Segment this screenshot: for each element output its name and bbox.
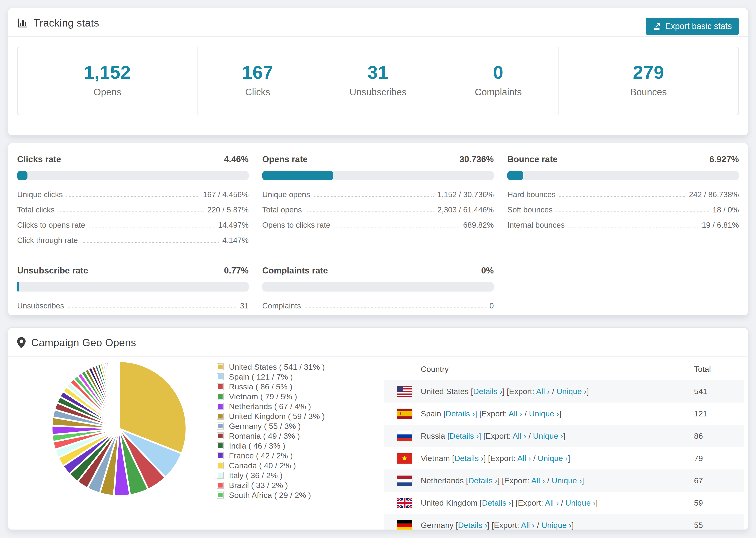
legend-item: Romania ( 49 / 3% ) (217, 431, 325, 441)
geo-header: Campaign Geo Opens (8, 328, 748, 356)
details-link[interactable]: Details › (454, 454, 484, 463)
rate-row-value: 0 (490, 301, 494, 310)
export-all-link[interactable]: All › (509, 409, 522, 418)
legend-item: Russia ( 86 / 5% ) (217, 382, 325, 392)
legend-item: India ( 46 / 3% ) (217, 441, 325, 451)
rate-title: Opens rate (262, 154, 307, 164)
rate-value: 6.927% (710, 154, 739, 164)
country-total: 59 (694, 498, 744, 508)
stat-value: 31 (318, 62, 438, 83)
rate-row: Hard bounces242 / 86.738% (507, 190, 739, 199)
rate-row-label: Complaints (262, 301, 301, 310)
dotted-leader (67, 196, 199, 197)
rate-value: 30.736% (459, 154, 494, 164)
dotted-leader (568, 227, 698, 228)
legend-label: Vietnam ( 79 / 5% ) (229, 392, 297, 401)
export-basic-stats-button[interactable]: Export basic stats (646, 18, 739, 35)
export-unique-link[interactable]: Unique › (541, 521, 572, 529)
rate-row: Click through rate4.147% (17, 236, 249, 245)
legend-swatch (217, 363, 224, 370)
export-all-link[interactable]: All › (521, 521, 535, 529)
export-all-link[interactable]: All › (536, 387, 550, 396)
rate-row-value: 19 / 6.81% (702, 221, 739, 230)
legend-item: United States ( 541 / 31% ) (217, 362, 325, 372)
rate-panel-clicks-rate: Clicks rate4.46%Unique clicks167 / 4.456… (17, 154, 249, 251)
progress-fill (17, 171, 27, 180)
progress-bar (17, 171, 249, 180)
legend-swatch (217, 383, 224, 390)
export-icon (653, 22, 661, 30)
export-all-link[interactable]: All › (531, 476, 545, 485)
details-link[interactable]: Details › (482, 498, 512, 507)
legend-label: Romania ( 49 / 3% ) (229, 431, 300, 441)
legend-label: South Africa ( 29 / 2% ) (229, 491, 311, 500)
rate-value: 4.46% (224, 154, 249, 164)
rates-grid: Clicks rate4.46%Unique clicks167 / 4.456… (8, 143, 748, 328)
rate-row: Soft bounces18 / 0% (507, 205, 739, 214)
legend-item: Canada ( 40 / 2% ) (217, 460, 325, 470)
legend-item: Spain ( 121 / 7% ) (217, 372, 325, 382)
stat-box-complaints: 0Complaints (438, 47, 558, 115)
export-unique-link[interactable]: Unique › (557, 387, 587, 396)
stat-value: 0 (438, 62, 558, 83)
progress-bar (507, 171, 739, 180)
country-name: Vietnam [Details ›] [Export: All › / Uni… (421, 454, 570, 463)
export-all-link[interactable]: All › (517, 454, 531, 463)
legend-swatch (217, 482, 224, 489)
export-unique-link[interactable]: Unique › (552, 476, 582, 485)
flag-ru-icon (397, 431, 412, 441)
legend-swatch (217, 422, 224, 430)
geo-table-header-country: Country (384, 364, 694, 374)
legend-swatch (217, 403, 224, 410)
export-unique-link[interactable]: Unique › (529, 409, 559, 418)
legend-swatch (217, 462, 224, 469)
details-link[interactable]: Details › (450, 431, 479, 440)
rate-row-label: Internal bounces (507, 221, 565, 230)
rate-panel-complaints-rate: Complaints rate0%Complaints0 (262, 266, 494, 317)
export-unique-link[interactable]: Unique › (566, 498, 596, 507)
stat-label: Opens (18, 87, 197, 97)
dotted-leader (68, 307, 236, 308)
tracking-stats-card: Tracking stats Export basic stats 1,152O… (8, 8, 748, 136)
legend-swatch (217, 472, 224, 479)
legend-swatch (217, 492, 224, 499)
dotted-leader (58, 211, 203, 212)
legend-item: Netherlands ( 67 / 4% ) (217, 402, 325, 411)
rate-row-value: 167 / 4.456% (203, 190, 249, 199)
export-all-link[interactable]: All › (513, 431, 526, 440)
rate-row-value: 689.82% (463, 221, 494, 230)
export-all-link[interactable]: All › (545, 498, 559, 507)
rate-value: 0% (481, 266, 494, 276)
stat-box-unsubscribes: 31Unsubscribes (318, 47, 438, 115)
dotted-leader (559, 196, 685, 197)
rate-row: Clicks to opens rate14.497% (17, 221, 249, 230)
rate-row: Complaints0 (262, 301, 494, 310)
details-link[interactable]: Details › (473, 387, 503, 396)
rate-row-label: Opens to clicks rate (262, 221, 330, 230)
country-name: Netherlands [Details ›] [Export: All › /… (421, 476, 584, 485)
legend-label: Russia ( 86 / 5% ) (229, 382, 292, 391)
dotted-leader (82, 242, 219, 243)
rate-panel-opens-rate: Opens rate30.736%Unique opens1,152 / 30.… (262, 154, 494, 251)
export-unique-link[interactable]: Unique › (538, 454, 568, 463)
rate-panel-unsubscribe-rate: Unsubscribe rate0.77%Unsubscribes31 (17, 266, 249, 317)
export-unique-link[interactable]: Unique › (533, 431, 563, 440)
details-link[interactable]: Details › (458, 521, 487, 529)
details-link[interactable]: Details › (446, 409, 475, 418)
details-link[interactable]: Details › (468, 476, 498, 485)
geo-table-row-gb: United Kingdom [Details ›] [Export: All … (384, 492, 744, 514)
tracking-stats-header: Tracking stats Export basic stats (8, 8, 748, 37)
stat-label: Unsubscribes (318, 87, 438, 97)
flag-us-icon (397, 386, 412, 397)
legend-swatch (217, 413, 224, 420)
rate-row-value: 220 / 5.87% (207, 205, 249, 214)
legend-label: India ( 46 / 3% ) (229, 441, 285, 451)
geo-table-header-total: Total (694, 364, 744, 374)
bar-chart-icon (17, 18, 28, 28)
legend-item: South Africa ( 29 / 2% ) (217, 490, 325, 500)
dotted-leader (89, 227, 214, 228)
legend-label: United States ( 541 / 31% ) (229, 362, 325, 372)
legend-item: France ( 42 / 2% ) (217, 451, 325, 460)
dotted-leader (306, 211, 434, 212)
rate-row-label: Total opens (262, 205, 302, 214)
